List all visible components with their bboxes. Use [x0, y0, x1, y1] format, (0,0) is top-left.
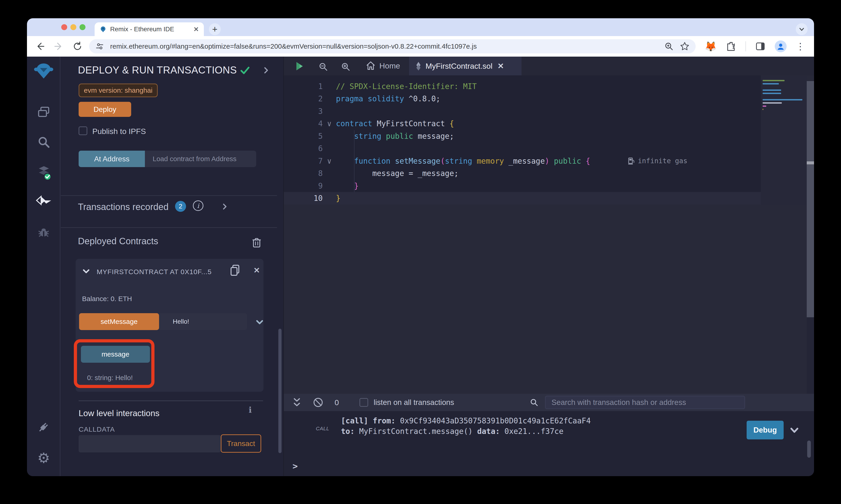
zoom-page-icon[interactable]	[664, 41, 674, 51]
reload-button[interactable]	[72, 41, 83, 52]
code-viewport[interactable]: 1// SPDX-License-Identifier: MIT2pragma …	[284, 75, 761, 204]
code-editor: 1// SPDX-License-Identifier: MIT2pragma …	[284, 75, 814, 394]
at-address-button[interactable]: At Address	[79, 151, 145, 167]
code-line[interactable]: 8 message = _message;	[284, 167, 761, 180]
remix-logo-icon[interactable]	[27, 61, 60, 81]
publish-ipfs-checkbox[interactable]	[79, 126, 87, 135]
set-message-button[interactable]: setMessage	[79, 313, 159, 330]
terminal-toolbar: 0 listen on all transactions Search with…	[284, 394, 814, 411]
bookmark-star-icon[interactable]	[680, 41, 690, 51]
deploy-button[interactable]: Deploy	[79, 102, 131, 117]
code-line[interactable]: 10}	[284, 192, 761, 204]
panel-expand-chevron-icon[interactable]	[262, 66, 270, 74]
line-number: 6	[284, 144, 323, 153]
transactions-expand-chevron-icon[interactable]	[221, 203, 228, 211]
code-line[interactable]: 6	[284, 142, 761, 155]
window-zoom-button[interactable]	[80, 24, 85, 30]
debugger-bug-icon[interactable]	[27, 226, 60, 239]
site-settings-icon[interactable]	[95, 42, 104, 51]
browser-menu-icon[interactable]: ⋮	[796, 45, 805, 48]
deploy-run-panel: DEPLOY & RUN TRANSACTIONS evm version: s…	[61, 57, 284, 476]
code-line[interactable]: 9 }	[284, 180, 761, 192]
settings-gear-icon[interactable]: ⚙	[27, 450, 60, 466]
publish-ipfs-label: Publish to IPFS	[92, 127, 146, 136]
listen-all-transactions-checkbox[interactable]	[360, 398, 368, 407]
browser-tab[interactable]: Remix - Ethereum IDE ✕	[95, 22, 204, 36]
terminal-search-input[interactable]: Search with transaction hash or address	[545, 396, 745, 409]
url-text[interactable]: remix.ethereum.org/#lang=en&optimize=fal…	[110, 42, 658, 50]
browser-toolbar: remix.ethereum.org/#lang=en&optimize=fal…	[27, 36, 814, 57]
deployed-contracts-title: Deployed Contracts	[78, 236, 158, 246]
code-line[interactable]: 2pragma solidity ^0.8.0;	[284, 92, 761, 105]
url-bar[interactable]: remix.ethereum.org/#lang=en&optimize=fal…	[89, 39, 696, 53]
side-panel-icon[interactable]	[755, 41, 766, 52]
panel-scrollbar[interactable]	[278, 329, 281, 453]
fold-chevron-icon[interactable]: ∨	[323, 119, 336, 128]
plugin-manager-icon[interactable]	[27, 420, 60, 434]
expand-terminal-icon[interactable]	[293, 398, 301, 407]
message-getter-button[interactable]: message	[81, 346, 150, 363]
copy-address-icon[interactable]	[229, 264, 241, 277]
low-level-interactions-title: Low level interactions	[79, 409, 159, 418]
code-line[interactable]: 7∨ function setMessage(string memory _me…	[284, 155, 761, 167]
contract-instance-title[interactable]: MYFIRSTCONTRACT AT 0X10F...5	[97, 268, 229, 276]
deploy-run-icon[interactable]	[27, 195, 60, 210]
contract-collapse-chevron-icon[interactable]	[82, 267, 90, 275]
run-script-play-icon[interactable]	[294, 61, 304, 71]
editor-scrollbar-thumb[interactable]	[807, 161, 814, 164]
search-icon[interactable]	[27, 135, 60, 149]
file-explorer-icon[interactable]	[27, 105, 60, 119]
set-message-expand-chevron-icon[interactable]	[255, 318, 264, 326]
terminal-scrollbar[interactable]	[807, 440, 811, 458]
terminal-log[interactable]: [call] from: 0x9Cf934043aD350758391b0D01…	[341, 416, 591, 437]
log-expand-chevron-icon[interactable]	[789, 425, 800, 435]
profile-avatar[interactable]	[775, 40, 787, 52]
code-line[interactable]: 3	[284, 105, 761, 118]
minimap[interactable]	[761, 75, 807, 204]
solidity-compiler-icon[interactable]	[27, 165, 60, 182]
new-tab-button[interactable]: +	[209, 23, 221, 35]
home-tab[interactable]: Home	[366, 61, 400, 71]
set-message-input[interactable]: Hello!	[159, 313, 247, 330]
remove-contract-icon[interactable]: ✕	[254, 266, 260, 275]
person-icon	[777, 42, 785, 50]
minimap-line	[762, 93, 781, 94]
compile-success-check-icon	[240, 65, 251, 76]
home-icon	[366, 61, 376, 71]
code-text: }	[336, 181, 359, 191]
editor-scrollbar[interactable]	[807, 81, 814, 317]
at-address-input[interactable]: Load contract from Address	[145, 151, 256, 167]
code-line[interactable]: 4∨contract MyFirstContract {	[284, 117, 761, 130]
debug-button[interactable]: Debug	[746, 421, 784, 439]
window-minimize-button[interactable]	[70, 24, 76, 30]
forward-button[interactable]	[53, 41, 65, 52]
calldata-input[interactable]	[79, 435, 221, 452]
tab-search-button[interactable]	[796, 23, 808, 35]
window-close-button[interactable]	[61, 24, 67, 30]
extensions-puzzle-icon[interactable]	[726, 41, 736, 52]
clear-contracts-trash-icon[interactable]	[252, 237, 262, 248]
panel-divider	[61, 195, 277, 196]
code-line[interactable]: 5 string public message;	[284, 130, 761, 142]
minimap-line	[762, 83, 779, 85]
info-icon[interactable]: i	[193, 200, 203, 211]
editor-scrollbar-lower	[807, 317, 814, 394]
clear-console-icon[interactable]	[313, 398, 323, 407]
pending-transactions-count: 0	[334, 398, 339, 407]
back-button[interactable]	[35, 41, 46, 52]
transact-button[interactable]: Transact	[221, 434, 261, 453]
message-output-value: 0: string: Hello!	[87, 374, 133, 382]
fold-chevron-icon[interactable]: ∨	[323, 157, 336, 165]
file-tab-active[interactable]: MyFirstContract.sol ✕	[409, 57, 521, 75]
code-text: function setMessage(string memory _messa…	[336, 157, 590, 165]
editor-zoom-out-icon[interactable]	[318, 61, 328, 72]
tab-close-icon[interactable]: ✕	[193, 25, 199, 33]
code-line[interactable]: 1// SPDX-License-Identifier: MIT	[284, 80, 761, 93]
close-file-tab-icon[interactable]: ✕	[498, 61, 504, 71]
editor-zoom-in-icon[interactable]	[341, 61, 350, 72]
terminal-prompt[interactable]: >	[293, 461, 298, 471]
metamask-extension-icon[interactable]: 🦊	[705, 41, 717, 52]
terminal-search-icon	[530, 398, 539, 407]
minimap-line	[762, 96, 805, 97]
low-level-info-icon[interactable]: i	[248, 405, 252, 415]
